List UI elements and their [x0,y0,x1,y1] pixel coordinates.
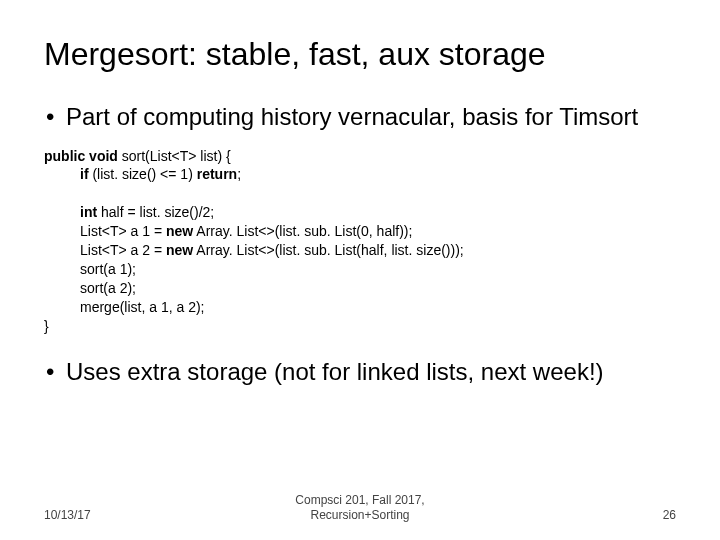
code-text: half = list. size()/2; [97,204,214,220]
keyword: new [166,242,193,258]
code-line-1: public void sort(List<T> list) { [44,147,676,166]
code-line-2: if (list. size() <= 1) return; [44,165,676,184]
footer-course: Compsci 201, Fall 2017, Recursion+Sortin… [295,493,424,522]
code-line-3: int half = list. size()/2; [44,203,676,222]
keyword: int [80,204,97,220]
keyword: if [80,166,89,182]
footer-course-line2: Recursion+Sorting [295,508,424,522]
code-text: List<T> a 2 = [80,242,166,258]
footer-date: 10/13/17 [44,508,91,522]
code-line-6: sort(a 1); [44,260,676,279]
footer-course-line1: Compsci 201, Fall 2017, [295,493,424,507]
code-line-9: } [44,317,676,336]
code-text: sort(List<T> list) { [118,148,231,164]
keyword: return [197,166,237,182]
code-text: ; [237,166,241,182]
code-text: Array. List<>(list. sub. List(half, list… [193,242,463,258]
code-line-7: sort(a 2); [44,279,676,298]
slide-title: Mergesort: stable, fast, aux storage [44,36,676,73]
code-blank [44,184,676,203]
keyword: public void [44,148,118,164]
code-block: public void sort(List<T> list) { if (lis… [44,147,676,336]
code-line-4: List<T> a 1 = new Array. List<>(list. su… [44,222,676,241]
keyword: new [166,223,193,239]
code-text: (list. size() <= 1) [89,166,197,182]
bullet-1: Part of computing history vernacular, ba… [44,103,676,131]
code-text: List<T> a 1 = [80,223,166,239]
code-text: Array. List<>(list. sub. List(0, half)); [193,223,412,239]
bullet-2: Uses extra storage (not for linked lists… [44,358,676,386]
code-line-8: merge(list, a 1, a 2); [44,298,676,317]
footer-page-number: 26 [663,508,676,522]
slide: Mergesort: stable, fast, aux storage Par… [0,0,720,540]
code-line-5: List<T> a 2 = new Array. List<>(list. su… [44,241,676,260]
